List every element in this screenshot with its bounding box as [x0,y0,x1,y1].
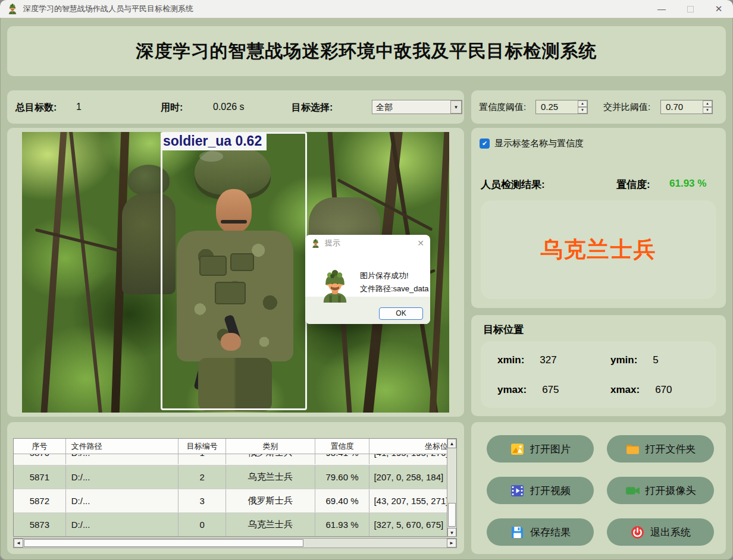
app-window: 深度学习的智慧战场作战人员与平民目标检测系统 — ✕ 深度学习的智慧战场迷彩环境… [0,0,733,560]
detections-table: 序号 文件路径 目标编号 类别 置信度 坐标位置 5870 D:/... 1 俄… [13,438,457,537]
table-horizontal-scrollbar[interactable]: ◄ ► [13,538,457,548]
confidence-value: 61.93 % [669,178,706,190]
confidence-label: 置信度: [616,178,650,191]
vertical-scroll-thumb[interactable] [448,503,456,527]
confidence-threshold-value: 0.25 [536,100,578,114]
results-panel: ✔ 显示标签名称与置信度 人员检测结果: 置信度: 61.93 % 乌克兰士兵 [471,128,726,308]
exit-system-button[interactable]: 退出系统 [607,518,714,546]
detected-class-value: 乌克兰士兵 [541,235,657,265]
table-vertical-scrollbar[interactable]: ▲ ▼ [447,439,456,537]
scroll-down-icon[interactable]: ▼ [447,528,456,537]
elapsed-time-value: 0.026 s [213,102,244,112]
xmin-value: 327 [540,354,556,366]
spin-up-icon[interactable]: ▲ [703,100,712,107]
total-targets-label: 总目标数: [15,102,57,114]
open-video-button[interactable]: 打开视频 [487,477,594,504]
table-row[interactable]: 5872 D:/... 3 俄罗斯士兵 69.40 % [43, 207, 15… [14,489,456,513]
dialog-message-line2: 文件路径:save_data [360,282,429,295]
open-folder-button[interactable]: 打开文件夹 [607,435,714,463]
dialog-title: 提示 [325,238,340,248]
col-header-confidence: 置信度 [315,439,370,454]
dialog-title-bar: 提示 ✕ [305,235,430,251]
table-header-row: 序号 文件路径 目标编号 类别 置信度 坐标位置 [14,439,456,454]
stats-panel: 总目标数: 1 用时: 0.026 s 目标选择: 全部 ▼ [7,90,464,124]
detected-class-box: 乌克兰士兵 [481,200,716,299]
horizontal-scroll-thumb[interactable] [24,539,303,547]
save-results-button[interactable]: 保存结果 [487,518,594,546]
video-icon [510,483,525,498]
spin-down-icon[interactable]: ▼ [703,107,712,114]
folder-icon [625,442,640,457]
dialog-soldier-icon [311,239,320,248]
target-position-panel: 目标位置 xmin:327 ymin:5 ymax:675 xmax:670 [471,315,726,416]
ymax-label: ymax: [497,384,527,395]
ymin-value: 5 [653,354,658,366]
open-camera-button[interactable]: 打开摄像头 [607,477,714,504]
image-icon [510,442,525,457]
spin-up-icon[interactable]: ▲ [578,100,587,107]
xmin-label: xmin: [497,354,524,366]
xmax-label: xmax: [610,384,640,395]
elapsed-time-label: 用时: [161,102,183,114]
open-image-button[interactable]: 打开图片 [487,435,594,463]
scroll-right-icon[interactable]: ► [447,539,456,548]
camera-icon [625,483,640,498]
table-body: 5870 D:/... 1 俄罗斯士兵 93.41 % [41, 195, 19… [14,454,456,537]
col-header-coords: 坐标位置 [369,439,456,454]
app-soldier-icon [7,4,18,14]
detection-bounding-box: soldier_ua 0.62 [161,132,307,410]
minimize-icon[interactable]: — [647,0,676,18]
iou-threshold-label: 交并比阈值: [603,102,650,113]
chevron-down-icon[interactable]: ▼ [450,100,462,114]
show-labels-label: 显示标签名称与置信度 [494,138,584,149]
title-bar: 深度学习的智慧战场作战人员与平民目标检测系统 — ✕ [0,0,733,18]
bbox-label: soldier_ua 0.62 [161,133,267,150]
col-header-filepath: 文件路径 [66,439,179,454]
close-icon[interactable]: ✕ [704,0,733,18]
target-position-box: xmin:327 ymin:5 ymax:675 xmax:670 [481,341,716,408]
iou-threshold-spinner[interactable]: 0.70 ▲▼ [660,100,713,114]
confidence-threshold-label: 置信度阈值: [479,102,526,113]
table-row[interactable]: 5871 D:/... 2 乌克兰士兵 79.60 % [207, 0, 258… [14,465,456,489]
scroll-up-icon[interactable]: ▲ [447,439,456,448]
thresholds-panel: 置信度阈值: 0.25 ▲▼ 交并比阈值: 0.70 ▲▼ [471,90,726,124]
scroll-left-icon[interactable]: ◄ [14,539,23,548]
dialog-message: 图片保存成功! 文件路径:save_data [360,269,429,295]
target-position-title: 目标位置 [483,323,524,336]
header-panel: 深度学习的智慧战场迷彩环境中敌我及平民目标检测系统 [7,26,726,76]
total-targets-value: 1 [76,102,82,112]
target-select-dropdown[interactable]: 全部 ▼ [372,100,462,114]
xmax-value: 670 [655,384,672,395]
dialog-message-line1: 图片保存成功! [360,269,429,282]
detections-table-panel: 序号 文件路径 目标编号 类别 置信度 坐标位置 5870 D:/... 1 俄… [7,422,464,554]
iou-threshold-value: 0.70 [661,100,703,114]
soldier-avatar [318,269,352,303]
power-icon [630,525,645,540]
col-header-target-no: 目标编号 [178,439,226,454]
message-dialog: 提示 ✕ 图片保存成功! 文件路径:save_data OK [305,235,430,324]
target-select-value: 全部 [372,100,450,114]
ok-button[interactable]: OK [379,307,423,320]
col-header-class: 类别 [226,439,315,454]
actions-panel: 打开图片 打开文件夹 打开视频 打开摄像头 保存结果 退出系统 [471,422,726,554]
page-title: 深度学习的智慧战场迷彩环境中敌我及平民目标检测系统 [7,26,726,76]
col-header-index: 序号 [14,439,66,454]
maximize-icon[interactable] [676,0,704,18]
table-row[interactable]: 5870 D:/... 1 俄罗斯士兵 93.41 % [41, 195, 19… [14,454,456,465]
save-icon [510,525,525,540]
ymax-value: 675 [542,384,559,395]
ymin-label: ymin: [610,354,637,366]
target-select-label: 目标选择: [292,102,333,114]
window-title: 深度学习的智慧战场作战人员与平民目标检测系统 [23,4,193,14]
dialog-close-icon[interactable]: ✕ [417,238,424,248]
table-row[interactable]: 5873 D:/... 0 乌克兰士兵 61.93 % [327, 5, 670… [14,513,456,537]
spin-down-icon[interactable]: ▼ [578,107,587,114]
show-labels-checkbox[interactable]: ✔ [480,139,490,149]
person-result-label: 人员检测结果: [481,178,545,191]
confidence-threshold-spinner[interactable]: 0.25 ▲▼ [535,100,588,114]
